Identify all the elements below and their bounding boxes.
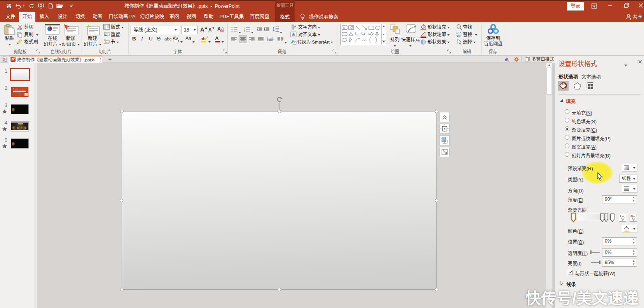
svg-text:ac: ac: [457, 34, 461, 37]
svg-text:3: 3: [244, 30, 245, 32]
svg-text:ab: ab: [201, 36, 205, 41]
svg-text:A: A: [294, 24, 296, 28]
